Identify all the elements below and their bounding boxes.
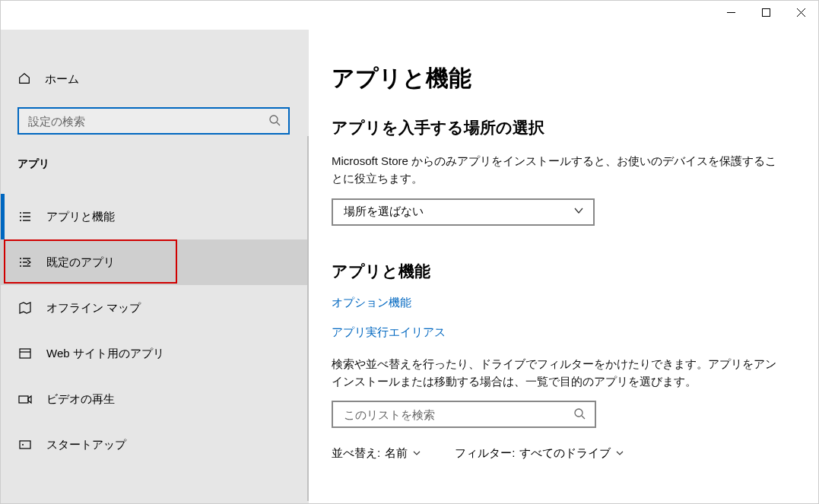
- settings-search[interactable]: [17, 107, 290, 135]
- sidebar-item-video-playback[interactable]: ビデオの再生: [1, 376, 309, 422]
- sidebar-item-default-apps[interactable]: 既定のアプリ: [1, 239, 309, 285]
- web-apps-icon: [17, 346, 33, 361]
- sort-filter-row: 並べ替え: 名前 フィルター: すべてのドライブ: [332, 446, 780, 461]
- search-icon: [268, 114, 281, 128]
- minimize-button[interactable]: [713, 1, 748, 24]
- section-get-apps-title: アプリを入手する場所の選択: [332, 117, 780, 138]
- svg-line-6: [277, 122, 280, 125]
- chevron-down-icon: [573, 205, 584, 218]
- home-icon: [17, 71, 45, 87]
- sidebar-item-startup[interactable]: スタートアップ: [1, 422, 309, 468]
- svg-point-24: [575, 409, 583, 417]
- chevron-down-icon: [412, 447, 421, 460]
- sidebar-item-label: スタートアップ: [46, 438, 126, 452]
- map-icon: [17, 300, 33, 315]
- sidebar-item-label: 既定のアプリ: [46, 255, 115, 270]
- app-execution-aliases-link[interactable]: アプリ実行エイリアス: [332, 325, 780, 340]
- window-titlebar: [1, 1, 818, 30]
- sidebar-nav: アプリと機能 既定のアプリ オフライン マップ: [1, 194, 309, 468]
- list-icon: [17, 209, 33, 224]
- app-list-search[interactable]: [332, 401, 596, 428]
- close-button[interactable]: [783, 1, 818, 24]
- sidebar-item-label: オフライン マップ: [46, 301, 141, 315]
- page-heading: アプリと機能: [332, 63, 780, 94]
- sort-control[interactable]: 並べ替え: 名前: [332, 446, 421, 461]
- svg-rect-22: [20, 441, 30, 449]
- sidebar-item-offline-maps[interactable]: オフライン マップ: [1, 285, 309, 331]
- search-input[interactable]: [28, 115, 268, 128]
- sidebar-item-label: アプリと機能: [46, 210, 115, 224]
- section-apps-features-desc: 検索や並べ替えを行ったり、ドライブでフィルターをかけたりできます。アプリをアンイ…: [332, 355, 780, 391]
- svg-point-5: [270, 116, 278, 123]
- sidebar-category: アプリ: [1, 135, 309, 180]
- svg-point-23: [22, 444, 24, 445]
- video-icon: [17, 391, 33, 407]
- default-apps-icon: [17, 255, 33, 270]
- install-source-dropdown[interactable]: 場所を選ばない: [332, 198, 595, 226]
- svg-rect-19: [20, 349, 30, 358]
- maximize-button[interactable]: [748, 1, 783, 24]
- startup-icon: [17, 437, 33, 452]
- sidebar-item-label: Web サイト用のアプリ: [46, 347, 164, 361]
- sort-value: 名前: [385, 446, 408, 461]
- dropdown-value: 場所を選ばない: [344, 204, 424, 219]
- chevron-down-icon: [615, 447, 624, 460]
- svg-rect-21: [19, 396, 28, 403]
- search-icon: [573, 407, 586, 422]
- sidebar-item-web-apps[interactable]: Web サイト用のアプリ: [1, 331, 309, 376]
- sidebar-item-apps-features[interactable]: アプリと機能: [1, 194, 309, 239]
- sidebar: 設定 ホーム アプリ: [1, 30, 309, 503]
- sort-label: 並べ替え:: [332, 446, 380, 461]
- app-list-search-input[interactable]: [344, 408, 573, 421]
- sidebar-home[interactable]: ホーム: [1, 62, 309, 97]
- filter-value: すべてのドライブ: [519, 446, 611, 461]
- back-button[interactable]: [17, 30, 45, 33]
- filter-control[interactable]: フィルター: すべてのドライブ: [455, 446, 624, 461]
- section-get-apps-desc: Microsoft Store からのみアプリをインストールすると、お使いのデバ…: [332, 152, 780, 188]
- filter-label: フィルター:: [455, 446, 515, 461]
- sidebar-item-label: ビデオの再生: [46, 392, 115, 407]
- section-apps-features-title: アプリと機能: [332, 261, 780, 282]
- scrollbar[interactable]: [307, 136, 309, 501]
- optional-features-link[interactable]: オプション機能: [332, 296, 780, 310]
- svg-rect-1: [762, 8, 770, 16]
- svg-line-25: [582, 416, 585, 419]
- content-pane: アプリと機能 アプリを入手する場所の選択 Microsoft Store からの…: [309, 30, 818, 503]
- sidebar-home-label: ホーム: [45, 72, 79, 87]
